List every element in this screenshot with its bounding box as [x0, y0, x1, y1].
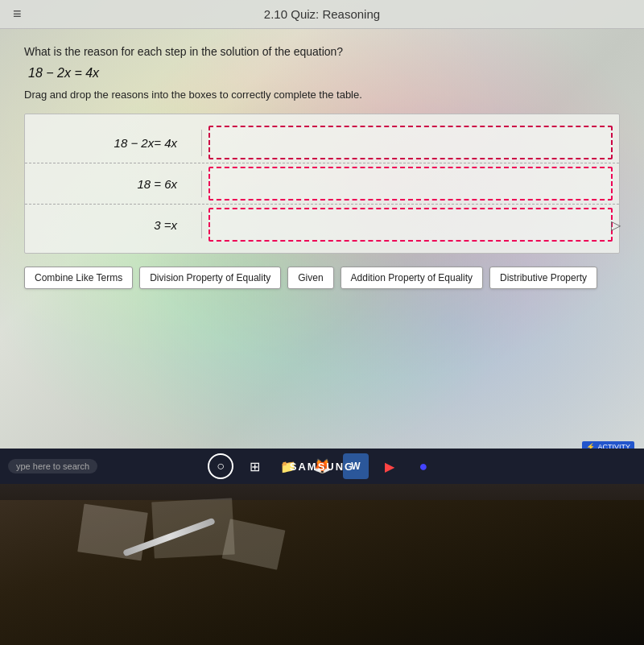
drop-zone-3[interactable]: ▷	[208, 208, 613, 242]
top-bar: ≡ 2.10 Quiz: Reasoning	[0, 0, 644, 29]
equation-step-3: 3 = x	[25, 212, 202, 238]
desk-area	[0, 484, 644, 645]
equation-step-1: 18 − 2x = 4x	[25, 130, 202, 156]
table-row: 18 − 2x = 4x	[25, 122, 619, 163]
table-row: 18 = 6x	[25, 163, 619, 205]
option-distributive-property[interactable]: Distributive Property	[489, 267, 597, 289]
samsung-brand: SAMSUNG	[0, 461, 644, 473]
monitor-screen: ≡ 2.10 Quiz: Reasoning What is the reaso…	[0, 0, 644, 459]
option-given[interactable]: Given	[287, 267, 333, 289]
drag-instruction: Drag and drop the reasons into the boxes…	[24, 89, 620, 101]
equation-table: 18 − 2x = 4x 18 = 6x 3 = x ▷	[24, 114, 620, 254]
content-area: What is the reason for each step in the …	[0, 29, 644, 459]
table-row: 3 = x ▷	[25, 205, 619, 245]
option-division-property[interactable]: Division Property of Equality	[139, 267, 281, 289]
equation-step-2: 18 = 6x	[25, 171, 202, 197]
question-text: What is the reason for each step in the …	[24, 45, 620, 58]
drop-zone-1[interactable]	[208, 126, 613, 159]
quiz-title: 2.10 Quiz: Reasoning	[264, 7, 380, 21]
taskbar: ype here to search ○ ⊞ 📁 🦊 W ▶ ● SAMSUNG	[0, 449, 644, 484]
options-area: Combine Like Terms Division Property of …	[24, 267, 620, 289]
option-addition-property[interactable]: Addition Property of Equality	[341, 267, 483, 289]
desk-paper-1	[77, 504, 148, 561]
equation-display: 18 − 2x = 4x	[28, 66, 620, 81]
hamburger-icon[interactable]: ≡	[13, 6, 22, 23]
drop-zone-2[interactable]	[208, 167, 613, 201]
drop-cursor-icon: ▷	[611, 217, 621, 233]
option-combine-like-terms[interactable]: Combine Like Terms	[24, 267, 133, 289]
